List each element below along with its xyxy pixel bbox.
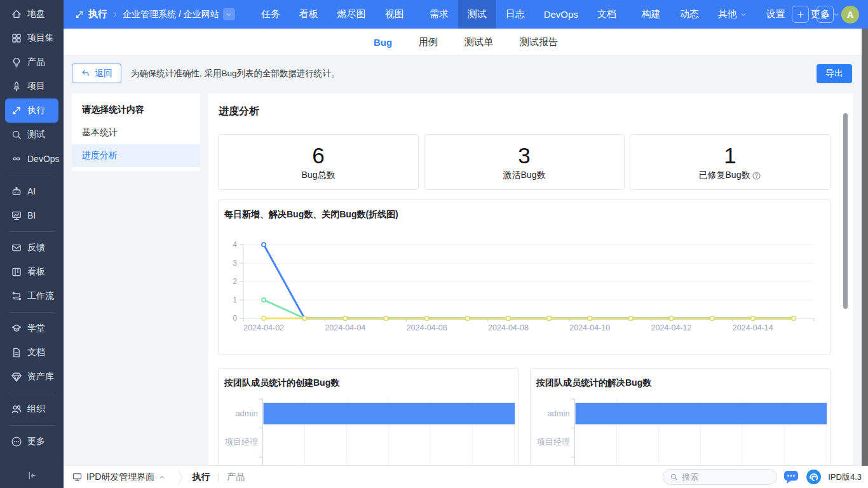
- summary-card-label: 已修复Bug数: [699, 170, 762, 181]
- topnav-item-other[interactable]: 其他: [709, 0, 757, 29]
- sidebar-item-label: 更多: [27, 436, 45, 447]
- topnav-item-log[interactable]: 日志: [496, 0, 534, 29]
- sidebar-collapse-button[interactable]: [0, 463, 64, 488]
- secondary-tabbar: Bug用例测试单测试报告: [64, 29, 868, 56]
- sidebar-item-product[interactable]: 产品: [5, 50, 58, 74]
- plus-icon: [796, 10, 806, 20]
- sidebar-item-label: 学堂: [27, 323, 45, 334]
- sidebar-item-label: 看板: [27, 266, 45, 278]
- bottom-bar-item-execution[interactable]: 执行: [192, 471, 210, 483]
- bottom-bar-right: 搜索 IPD版4.3: [663, 469, 868, 485]
- top-navbar: 执行 企业管理系统 / 企业网站 任务看板燃尽图视图需求测试日志DevOps文档…: [64, 0, 868, 29]
- tab-testtask[interactable]: 测试单: [465, 36, 493, 48]
- topnav-item-kanban[interactable]: 看板: [290, 0, 328, 29]
- sidebar-item-label: BI: [27, 210, 36, 220]
- kanban-icon: [11, 266, 22, 278]
- tab-bug[interactable]: Bug: [374, 37, 392, 48]
- stats-nav-item-basic[interactable]: 基本统计: [72, 121, 200, 144]
- breadcrumb-section[interactable]: 执行: [88, 8, 107, 20]
- created-bugs-bar-chart: admin项目经理: [219, 394, 518, 466]
- svg-text:2024-04-10: 2024-04-10: [569, 323, 610, 332]
- topnav-item-story[interactable]: 需求: [420, 0, 458, 29]
- topnav-item-build[interactable]: 构建: [632, 0, 670, 29]
- notifications-button[interactable]: [817, 6, 834, 23]
- tab-case[interactable]: 用例: [419, 36, 438, 48]
- member-bar-charts: 按团队成员统计的创建Bug数 admin项目经理 按团队成员统计的解决Bug数 …: [218, 368, 831, 466]
- breadcrumb: 执行 企业管理系统 / 企业网站: [64, 8, 235, 20]
- sidebar-item-home[interactable]: 地盘: [5, 2, 58, 26]
- app-switcher-label: IPD研发管理界面: [86, 471, 154, 483]
- page-toolbar: 返回 为确保统计准确性, 采用Bug列表的全部数据进行统计。 导出: [72, 64, 852, 83]
- monitor-icon: [72, 471, 83, 482]
- zentao-logo-icon: [806, 469, 822, 485]
- sidebar-item-workflow[interactable]: 工作流: [5, 284, 58, 308]
- chevron-down-icon: [225, 11, 233, 18]
- sidebar-item-tutorial[interactable]: 学堂: [5, 316, 58, 341]
- summary-card-value: 1: [724, 143, 736, 168]
- bell-icon: [820, 10, 831, 20]
- sidebar-item-doc[interactable]: 文档: [5, 341, 58, 365]
- sidebar: 地盘项目集产品项目执行测试DevOpsAIBI反馈看板工作流学堂文档资产库组织更…: [0, 0, 64, 488]
- sidebar-item-assetlib[interactable]: 资产库: [5, 365, 58, 389]
- infinity-icon: [11, 153, 22, 165]
- export-button[interactable]: 导出: [817, 64, 852, 83]
- topnav-item-task[interactable]: 任务: [252, 0, 290, 29]
- app-switcher[interactable]: IPD研发管理界面: [72, 471, 166, 483]
- line-chart-title: 每日新增、解决Bug数、关闭Bug数(折线图): [219, 200, 830, 220]
- search-icon: [11, 129, 22, 140]
- project-switch-button[interactable]: [223, 8, 235, 20]
- sidebar-item-feedback[interactable]: 反馈: [5, 236, 58, 260]
- sidebar-item-label: 文档: [27, 347, 45, 358]
- dart-icon: [74, 10, 85, 20]
- bottom-bar-items: 执行产品: [192, 471, 245, 483]
- bottom-bar: IPD研发管理界面 执行产品 搜索 IPD版4.3: [64, 465, 868, 488]
- topnav-item-test[interactable]: 测试: [458, 0, 496, 29]
- messenger-icon[interactable]: [783, 470, 799, 484]
- breadcrumb-project[interactable]: 企业管理系统 / 企业网站: [123, 9, 219, 20]
- sidebar-item-ai[interactable]: AI: [5, 179, 58, 203]
- app-window: 地盘项目集产品项目执行测试DevOpsAIBI反馈看板工作流学堂文档资产库组织更…: [0, 0, 868, 488]
- window-scrollbar[interactable]: [862, 29, 868, 466]
- sidebar-divider: [9, 425, 55, 426]
- bottom-bar-item-product[interactable]: 产品: [227, 471, 245, 483]
- bulb-icon: [11, 57, 22, 68]
- help-icon[interactable]: [752, 171, 761, 180]
- svg-text:2024-04-06: 2024-04-06: [407, 323, 447, 332]
- grid-icon: [11, 32, 22, 44]
- topnav-item-dynamic[interactable]: 动态: [670, 0, 709, 29]
- topnav-item-burndown[interactable]: 燃尽图: [328, 0, 376, 29]
- svg-text:2024-04-02: 2024-04-02: [243, 323, 284, 332]
- created-bugs-chart-card: 按团队成员统计的创建Bug数 admin项目经理: [218, 368, 519, 466]
- sidebar-item-kanban[interactable]: 看板: [5, 260, 58, 284]
- sidebar-item-label: 测试: [27, 129, 45, 140]
- svg-text:项目经理: 项目经理: [225, 437, 258, 447]
- sidebar-item-project[interactable]: 项目: [5, 74, 58, 98]
- avatar[interactable]: A: [841, 6, 859, 24]
- stats-nav-item-progress[interactable]: 进度分析: [72, 144, 200, 167]
- doc-icon: [11, 347, 22, 358]
- content-area: 返回 为确保统计准确性, 采用Bug列表的全部数据进行统计。 导出 请选择统计内…: [64, 56, 868, 466]
- svg-text:2024-04-12: 2024-04-12: [651, 323, 692, 332]
- sidebar-item-qa[interactable]: 测试: [5, 123, 58, 147]
- back-button[interactable]: 返回: [72, 64, 121, 83]
- search-input[interactable]: 搜索: [663, 469, 777, 485]
- topnav-item-devops[interactable]: DevOps: [534, 0, 588, 29]
- statistics-notice: 为确保统计准确性, 采用Bug列表的全部数据进行统计。: [131, 68, 340, 79]
- sidebar-item-devops[interactable]: DevOps: [5, 147, 58, 171]
- sidebar-items: 地盘项目集产品项目执行测试DevOpsAIBI反馈看板工作流学堂文档资产库组织更…: [0, 0, 64, 463]
- topnav-item-doc[interactable]: 文档: [588, 0, 626, 29]
- topnav-item-setting[interactable]: 设置: [757, 0, 795, 29]
- panel-scrollbar-thumb[interactable]: [843, 113, 848, 309]
- sidebar-item-more[interactable]: 更多: [5, 430, 58, 454]
- tab-testreport[interactable]: 测试报告: [520, 36, 558, 48]
- main-panel: 进度分析 6Bug总数3激活Bug数1已修复Bug数 每日新增、解决Bug数、关…: [208, 93, 853, 466]
- sidebar-item-execution[interactable]: 执行: [5, 98, 58, 123]
- sidebar-item-bi[interactable]: BI: [5, 203, 58, 227]
- topnav-item-view[interactable]: 视图: [376, 0, 414, 29]
- sidebar-item-admin[interactable]: 组织: [5, 397, 58, 421]
- create-button[interactable]: [792, 6, 809, 23]
- robot-icon: [11, 186, 22, 197]
- sidebar-item-program[interactable]: 项目集: [5, 26, 58, 50]
- page-title: 进度分析: [219, 105, 853, 118]
- svg-text:1: 1: [233, 295, 237, 304]
